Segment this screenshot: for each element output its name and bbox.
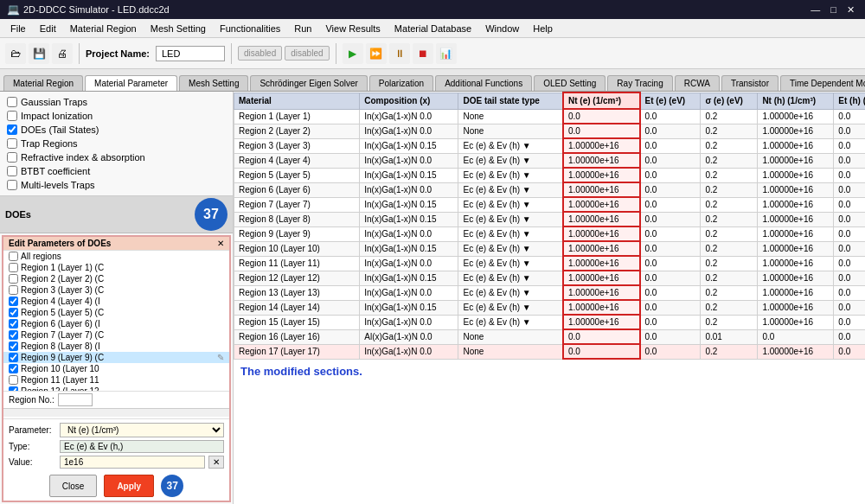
cell-eth[interactable]: 0.0 bbox=[834, 329, 865, 344]
cell-doe-type[interactable]: Ec (e) & Ev (h) ▼ bbox=[458, 285, 563, 300]
type-input[interactable] bbox=[60, 440, 224, 453]
tab-material-parameter[interactable]: Material Parameter bbox=[85, 75, 177, 92]
cell-nte[interactable]: 1.00000e+16 bbox=[563, 241, 640, 256]
chart-button[interactable]: 📊 bbox=[436, 43, 457, 64]
region-checkbox-4[interactable]: Region 4 (Layer 4) (I bbox=[3, 296, 229, 307]
region-checkbox-5[interactable]: Region 5 (Layer 5) (C bbox=[3, 307, 229, 318]
edit-panel-close-icon[interactable]: ✕ bbox=[217, 239, 224, 248]
cell-doe-type[interactable]: None bbox=[458, 329, 563, 344]
cell-ete[interactable]: 0.0 bbox=[640, 241, 701, 256]
cell-nte[interactable]: 1.00000e+16 bbox=[563, 168, 640, 182]
cell-ete[interactable]: 0.0 bbox=[640, 226, 701, 241]
cell-nth[interactable]: 1.00000e+16 bbox=[758, 197, 834, 212]
cell-nth[interactable]: 1.00000e+16 bbox=[758, 315, 834, 329]
region-checkbox-3[interactable]: Region 3 (Layer 3) (C bbox=[3, 284, 229, 296]
cell-nth[interactable]: 1.00000e+16 bbox=[758, 256, 834, 271]
cell-eth[interactable]: 0.0 bbox=[834, 256, 865, 271]
region-9-checkbox[interactable] bbox=[9, 353, 18, 362]
cell-ete[interactable]: 0.0 bbox=[640, 197, 701, 212]
cell-nth[interactable]: 0.0 bbox=[758, 329, 834, 344]
impact-ionization-checkbox[interactable] bbox=[7, 111, 17, 121]
cell-nte[interactable]: 1.00000e+16 bbox=[563, 271, 640, 285]
menu-edit[interactable]: Edit bbox=[33, 22, 63, 35]
cell-se[interactable]: 0.2 bbox=[701, 344, 758, 359]
gaussian-traps-checkbox[interactable] bbox=[7, 97, 17, 107]
all-regions-checkbox-row[interactable]: All regions bbox=[3, 251, 229, 262]
cell-nte[interactable]: 1.00000e+16 bbox=[563, 212, 640, 226]
cell-doe-type[interactable]: Ec (e) & Ev (h) ▼ bbox=[458, 153, 563, 168]
cell-ete[interactable]: 0.0 bbox=[640, 285, 701, 300]
trap-regions-checkbox[interactable] bbox=[7, 138, 17, 149]
apply-button[interactable]: Apply bbox=[104, 475, 154, 497]
cell-se[interactable]: 0.2 bbox=[701, 256, 758, 271]
cell-ete[interactable]: 0.0 bbox=[640, 212, 701, 226]
tab-rcwa[interactable]: RCWA bbox=[675, 75, 720, 91]
region-checkbox-8[interactable]: Region 8 (Layer 8) (I bbox=[3, 341, 229, 352]
menu-material-database[interactable]: Material Database bbox=[388, 22, 478, 35]
menu-functionalities[interactable]: Functionalities bbox=[213, 22, 287, 35]
cell-doe-type[interactable]: None bbox=[458, 109, 563, 124]
maximize-button[interactable]: □ bbox=[827, 4, 840, 16]
cell-se[interactable]: 0.01 bbox=[701, 329, 758, 344]
cell-nth[interactable]: 1.00000e+16 bbox=[758, 226, 834, 241]
cell-eth[interactable]: 0.0 bbox=[834, 241, 865, 256]
menu-view-results[interactable]: View Results bbox=[318, 22, 387, 35]
close-button-panel[interactable]: Close bbox=[49, 475, 98, 497]
cell-eth[interactable]: 0.0 bbox=[834, 168, 865, 182]
cell-eth[interactable]: 0.0 bbox=[834, 124, 865, 138]
cell-nth[interactable]: 1.00000e+16 bbox=[758, 271, 834, 285]
cell-se[interactable]: 0.2 bbox=[701, 241, 758, 256]
save-button[interactable]: 💾 bbox=[29, 43, 49, 64]
tab-ray-tracing[interactable]: Ray Tracing bbox=[607, 75, 672, 91]
cell-doe-type[interactable]: Ec (e) & Ev (h) ▼ bbox=[458, 315, 563, 329]
region-10-checkbox[interactable] bbox=[9, 364, 18, 373]
disabled-btn-2[interactable]: disabled bbox=[285, 46, 329, 61]
close-button[interactable]: ✕ bbox=[843, 4, 858, 16]
menu-mesh-setting[interactable]: Mesh Setting bbox=[144, 22, 213, 35]
cell-se[interactable]: 0.2 bbox=[701, 315, 758, 329]
cell-doe-type[interactable]: Ec (e) & Ev (h) ▼ bbox=[458, 226, 563, 241]
menu-run[interactable]: Run bbox=[287, 22, 318, 35]
horizontal-scrollbar[interactable] bbox=[3, 408, 229, 417]
cell-eth[interactable]: 0.0 bbox=[834, 271, 865, 285]
cell-eth[interactable]: 0.0 bbox=[834, 285, 865, 300]
cell-se[interactable]: 0.2 bbox=[701, 300, 758, 315]
value-clear-button[interactable]: ✕ bbox=[208, 456, 224, 469]
does-checkbox[interactable] bbox=[7, 124, 17, 135]
cell-nth[interactable]: 1.00000e+16 bbox=[758, 153, 834, 168]
region-8-checkbox[interactable] bbox=[9, 341, 18, 351]
cell-se[interactable]: 0.2 bbox=[701, 153, 758, 168]
cell-ete[interactable]: 0.0 bbox=[640, 329, 701, 344]
cell-doe-type[interactable]: None bbox=[458, 124, 563, 138]
cell-se[interactable]: 0.2 bbox=[701, 182, 758, 197]
minimize-button[interactable]: — bbox=[807, 4, 823, 16]
cell-eth[interactable]: 0.0 bbox=[834, 226, 865, 241]
cell-nte[interactable]: 1.00000e+16 bbox=[563, 182, 640, 197]
cell-doe-type[interactable]: Ec (e) & Ev (h) ▼ bbox=[458, 300, 563, 315]
region-checkbox-9[interactable]: Region 9 (Layer 9) (C ✎ bbox=[3, 352, 229, 363]
cell-ete[interactable]: 0.0 bbox=[640, 109, 701, 124]
cell-nth[interactable]: 1.00000e+16 bbox=[758, 182, 834, 197]
cell-se[interactable]: 0.2 bbox=[701, 168, 758, 182]
pause-button[interactable]: ⏸ bbox=[389, 43, 410, 64]
cell-doe-type[interactable]: Ec (e) & Ev (h) ▼ bbox=[458, 241, 563, 256]
parameter-select[interactable]: Nt (e) (1/cm³) bbox=[60, 423, 224, 437]
disabled-btn-1[interactable]: disabled bbox=[238, 46, 282, 61]
cell-nte[interactable]: 1.00000e+16 bbox=[563, 226, 640, 241]
cell-nth[interactable]: 1.00000e+16 bbox=[758, 300, 834, 315]
region-checkbox-2[interactable]: Region 2 (Layer 2) (C bbox=[3, 273, 229, 284]
region-2-checkbox[interactable] bbox=[9, 274, 18, 284]
cell-nte[interactable]: 0.0 bbox=[563, 109, 640, 124]
tab-schrodinger[interactable]: Schrödinger Eigen Solver bbox=[250, 75, 367, 91]
cell-ete[interactable]: 0.0 bbox=[640, 168, 701, 182]
checkbox-impact-ionization[interactable]: Impact Ionization bbox=[3, 109, 229, 123]
cell-eth[interactable]: 0.0 bbox=[834, 212, 865, 226]
cell-nth[interactable]: 1.00000e+16 bbox=[758, 212, 834, 226]
cell-ete[interactable]: 0.0 bbox=[640, 315, 701, 329]
region-checkbox-7[interactable]: Region 7 (Layer 7) (C bbox=[3, 329, 229, 341]
region-checkbox-10[interactable]: Region 10 (Layer 10 bbox=[3, 363, 229, 374]
cell-ete[interactable]: 0.0 bbox=[640, 124, 701, 138]
tab-oled-setting[interactable]: OLED Setting bbox=[534, 75, 606, 91]
checkbox-gaussian-traps[interactable]: Gaussian Traps bbox=[3, 95, 229, 109]
menu-file[interactable]: File bbox=[3, 22, 33, 35]
